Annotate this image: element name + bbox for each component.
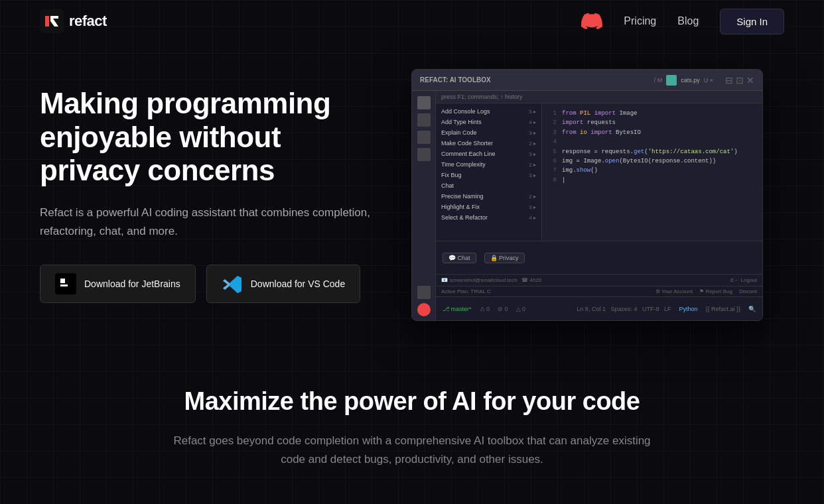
code-line-4: 4 — [547, 137, 757, 147]
suggestion-time-complexity[interactable]: Time Complexity 2 ▸ — [436, 159, 541, 170]
ide-screenshot: REFACT: AI TOOLBOX / M cats.py U × ⊟ ⊡ ✕ — [411, 69, 763, 321]
maximize-subtitle: Refact goes beyond code completion with … — [173, 432, 651, 469]
code-line-2: 2 import requests — [547, 118, 757, 127]
code-line-8: 8 | — [547, 176, 757, 185]
code-line-5: 5 response = requests.get('https://cataa… — [547, 147, 757, 157]
code-line-1: 1 from PIL import Image — [547, 109, 757, 118]
svg-rect-3 — [60, 284, 68, 286]
sidebar-icon-settings — [417, 286, 431, 320]
sign-in-button[interactable]: Sign In — [720, 9, 784, 34]
discord-icon[interactable] — [581, 11, 602, 32]
code-line-7: 7 img.show() — [547, 166, 757, 175]
ide-body: press F1; commands; ↑ history Add Consol… — [412, 91, 762, 320]
sidebar-icon-extensions — [417, 148, 431, 161]
suggestion-make-shorter[interactable]: Make Code Shorter 2 ▸ — [436, 138, 541, 149]
maximize-title: Maximize the power of AI for your code — [40, 387, 784, 416]
hero-subtitle: Refact is a powerful AI coding assistant… — [40, 204, 372, 241]
code-line-3: 3 from io import BytesIO — [547, 128, 757, 137]
suggestion-comment-lines[interactable]: Comment Each Line 3 ▸ — [436, 149, 541, 159]
suggestion-precise-naming[interactable]: Precise Naming 2 ▸ — [436, 191, 541, 202]
hero-buttons: Download for JetBrains Download for VS C… — [40, 265, 372, 303]
hero-section: Making programming enjoyable without pri… — [0, 42, 824, 361]
sidebar-icon-files — [417, 96, 431, 109]
ide-plan-bar: Active Plan: TRIAL C ⚙ Your Account ⚑ Re… — [436, 286, 762, 296]
download-vscode-label: Download for VS Code — [251, 279, 345, 289]
ide-chat-panel: 💬 Chat 🔒 Privacy — [436, 241, 762, 274]
logo-icon — [40, 9, 64, 33]
suggestion-add-console-logs[interactable]: Add Console Logs 5 ▸ — [436, 106, 541, 117]
sidebar-icon-search — [417, 113, 431, 127]
ide-content: Add Console Logs 5 ▸ Add Type Hints 4 ▸ … — [436, 103, 762, 241]
download-vscode-button[interactable]: Download for VS Code — [206, 265, 360, 303]
svg-rect-2 — [60, 279, 65, 283]
privacy-button[interactable]: 🔒 Privacy — [484, 253, 525, 263]
pricing-link[interactable]: Pricing — [624, 15, 656, 27]
discord-link[interactable]: Discord — [739, 288, 757, 294]
ide-status-bar: ⎇ master* ⚠ 0 ⊘ 0 △ 0 Ln 8, Col 1 Spaces… — [436, 296, 762, 320]
suggestion-select-refactor[interactable]: Select & Refactor 4 ▸ — [436, 212, 541, 223]
vscode-icon — [222, 273, 243, 294]
ide-account-bar: 📧 screenshot@smallcloud.tech ☎ 4020 E← L… — [436, 274, 762, 286]
code-line-6: 6 img = Image.open(BytesIO(response.cont… — [547, 157, 757, 166]
hero-right: REFACT: AI TOOLBOX / M cats.py U × ⊟ ⊡ ✕ — [411, 69, 784, 321]
download-jetbrains-label: Download for JetBrains — [84, 279, 180, 289]
ide-code-area: 1 from PIL import Image 2 import request… — [542, 103, 762, 241]
suggestion-explain-code[interactable]: Explain Code 3 ▸ — [436, 127, 541, 138]
ide-main: press F1; commands; ↑ history Add Consol… — [436, 91, 762, 320]
suggestion-fix-bug[interactable]: Fix Bug 3 ▸ — [436, 170, 541, 180]
suggestion-highlight-fix[interactable]: Highlight & Fix 3 ▸ — [436, 202, 541, 212]
jetbrains-icon — [55, 273, 76, 294]
blog-link[interactable]: Blog — [677, 15, 699, 27]
ide-command-hint: press F1; commands; ↑ history — [441, 94, 523, 100]
logo-text: refact — [69, 13, 107, 30]
download-jetbrains-button[interactable]: Download for JetBrains — [40, 265, 196, 303]
suggestion-add-type-hints[interactable]: Add Type Hints 4 ▸ — [436, 117, 541, 127]
ide-titlebar: REFACT: AI TOOLBOX / M cats.py U × ⊟ ⊡ ✕ — [412, 70, 762, 91]
sidebar-icon-git — [417, 131, 431, 144]
suggestion-chat[interactable]: Chat — [436, 180, 541, 191]
hero-left: Making programming enjoyable without pri… — [40, 87, 372, 303]
report-bug-link[interactable]: ⚑ Report Bug — [699, 288, 732, 294]
nav-logo-area: refact — [40, 9, 107, 33]
your-account-link[interactable]: ⚙ Your Account — [655, 288, 693, 294]
nav-links: Pricing Blog Sign In — [581, 9, 784, 34]
hero-title: Making programming enjoyable without pri… — [40, 87, 372, 188]
ide-sidebar — [412, 91, 436, 320]
chat-button[interactable]: 💬 Chat — [443, 253, 476, 263]
maximize-section: Maximize the power of AI for your code R… — [0, 361, 824, 504]
navbar: refact Pricing Blog Sign In — [0, 0, 824, 42]
suggestions-panel: Add Console Logs 5 ▸ Add Type Hints 4 ▸ … — [436, 103, 542, 241]
